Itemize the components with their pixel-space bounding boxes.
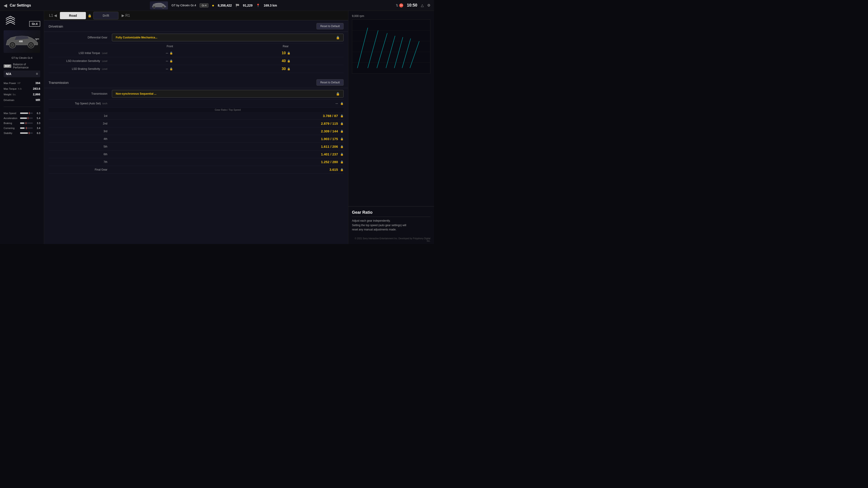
copyright-text: © 2021 Sony Interactive Entertainment In…: [348, 235, 434, 244]
bar-track: [20, 118, 33, 119]
drivetrain-section-header: Drivetrain Reset to Default: [44, 20, 348, 32]
max-power-value: 394: [35, 81, 40, 85]
grade-badge-header: Gr.4: [199, 3, 209, 7]
lsd-initial-front-val: --: [166, 51, 168, 55]
gear-row[interactable]: 5th 1.611 / 206 🔒: [49, 143, 344, 151]
gear-row[interactable]: 4th 1.903 / 175 🔒: [49, 135, 344, 143]
drivetrain-label: Drivetrain: [4, 99, 14, 101]
max-power-row: Max Power HP 394: [4, 81, 40, 85]
gear-lock-icon: 🔒: [340, 160, 344, 164]
top-speed-lock: 🔒: [340, 102, 344, 105]
gear-lock-icon: 🔒: [340, 122, 344, 125]
gear-ratio-header: Gear Ratio / Top Speed: [49, 107, 344, 112]
rpm-label: 9,000 rpm: [352, 14, 430, 18]
top-bar-right: ⇅ 14 10:50 △ ⚙: [396, 3, 430, 8]
weight-value: 2,866: [33, 93, 40, 96]
bop-value-row[interactable]: N/A ≡: [4, 70, 40, 77]
gear-info-title: Gear Ratio: [352, 210, 430, 217]
lsd-accel-rear-val: 40: [282, 59, 286, 63]
lock-icon-drift: 🔒: [88, 14, 92, 18]
diff-gear-dropdown[interactable]: Fully Customizable Mechanica... 🔒: [112, 34, 344, 41]
lsd-initial-rear-lock: 🔒: [287, 52, 290, 55]
tab-left-nav[interactable]: L1 ◀: [48, 13, 58, 18]
bar-track: [20, 123, 33, 124]
transmission-label: Transmission: [49, 92, 112, 95]
gear-row[interactable]: 6th 1.401 / 237 🔒: [49, 151, 344, 158]
lsd-brake-rear-cell[interactable]: 30 🔒: [229, 67, 344, 71]
bar-stat-row: Stability 6.0: [4, 131, 40, 135]
gear-lock-icon: 🔒: [340, 130, 344, 133]
gear-value: 1.252 / 280: [321, 160, 338, 164]
bar-label: Braking: [4, 122, 18, 125]
bar-label: Stability: [4, 132, 18, 134]
car-name-sidebar: GT by Citroën Gr.4: [4, 57, 40, 59]
bar-marker: [26, 127, 27, 129]
svg-point-5: [29, 43, 33, 46]
car-logo-section: Gr.4: [4, 15, 40, 27]
lsd-accel-front-cell[interactable]: -- 🔒: [112, 59, 227, 63]
bar-label: Max Speed: [4, 112, 18, 115]
mileage-icon: 🏁: [236, 4, 239, 7]
page-title: Car Settings: [10, 3, 31, 7]
max-torque-label: Max Torque ft-lb: [4, 88, 22, 90]
gear-row[interactable]: 7th 1.252 / 280 🔒: [49, 158, 344, 166]
gear-rows-container: 1st 3.788 / 87 🔒 2nd 2.879 / 115 🔒 3rd 2…: [49, 112, 344, 173]
bar-fill: [20, 112, 28, 114]
gear-label: 7th: [49, 160, 112, 164]
gear-value: 2.309 / 144: [321, 129, 338, 133]
top-speed-value-area[interactable]: -- 🔒: [112, 101, 344, 105]
ps-icon: △: [421, 3, 424, 7]
sidebar: Gr.4 408 GT by Citroën G: [0, 11, 44, 244]
lsd-accel-cells: -- 🔒 40 🔒: [112, 59, 344, 63]
gear-row[interactable]: Final Gear 3.615 🔒: [49, 166, 344, 173]
gear-label: 2nd: [49, 122, 112, 125]
transmission-reset-button[interactable]: Reset to Default: [316, 79, 344, 86]
gear-row[interactable]: 3rd 2.309 / 144 🔒: [49, 127, 344, 135]
gear-value-area: 1.252 / 280 🔒: [112, 160, 344, 164]
gear-label: 1st: [49, 114, 112, 118]
drivetrain-row: Drivetrain MR: [4, 98, 40, 102]
center-content: L1 ◀ Road 🔒 Drift ▶ R1 Drivetrain Reset …: [44, 11, 348, 244]
bop-value: N/A: [6, 72, 11, 76]
transmission-dropdown[interactable]: Non-synchronous Sequential ... 🔒: [112, 90, 344, 98]
gear-value-area: 1.401 / 237 🔒: [112, 152, 344, 156]
gear-value: 3.615: [329, 168, 338, 171]
menu-icon: ≡: [36, 72, 38, 76]
lsd-brake-front-val: --: [166, 67, 168, 71]
drivetrain-table: Differential Gear Fully Customizable Mec…: [44, 32, 348, 73]
svg-point-1: [162, 6, 164, 8]
tab-road[interactable]: Road: [60, 12, 86, 19]
transmission-row: Transmission Non-synchronous Sequential …: [49, 88, 344, 100]
tab-drift[interactable]: Drift: [93, 12, 119, 20]
lsd-brake-rear-lock: 🔒: [287, 67, 290, 70]
gear-value-area: 1.611 / 206 🔒: [112, 144, 344, 149]
gear-row[interactable]: 2nd 2.879 / 115 🔒: [49, 120, 344, 127]
max-torque-value: 283.6: [33, 87, 40, 90]
bar-marker: [29, 132, 29, 134]
lsd-brake-label: LSD Braking Sensitivity Level: [49, 67, 112, 70]
transmission-section-header: Transmission Reset to Default: [44, 76, 348, 88]
lsd-accel-rear-cell[interactable]: 40 🔒: [229, 59, 344, 63]
lsd-initial-rear-cell[interactable]: 10 🔒: [229, 51, 344, 55]
back-button[interactable]: ◀: [4, 3, 7, 8]
tab-right-nav[interactable]: ▶ R1: [120, 13, 131, 18]
lsd-initial-cells: -- 🔒 10 🔒: [112, 51, 344, 55]
bar-fill: [20, 127, 24, 129]
gear-value: 1.611 / 206: [321, 144, 338, 149]
gear-value: 3.788 / 87: [323, 114, 338, 118]
gear-value-area: 3.788 / 87 🔒: [112, 114, 344, 118]
car-image-area: 408: [4, 30, 40, 53]
gear-row[interactable]: 1st 3.788 / 87 🔒: [49, 112, 344, 120]
grade-badge-sidebar: Gr.4: [29, 21, 40, 27]
lsd-initial-front-cell[interactable]: -- 🔒: [112, 51, 227, 55]
gear-value: 1.401 / 237: [321, 152, 338, 156]
bar-label: Acceleration: [4, 117, 18, 120]
lsd-brake-front-cell[interactable]: -- 🔒: [112, 67, 227, 71]
drivetrain-reset-button[interactable]: Reset to Default: [316, 23, 344, 29]
svg-line-13: [358, 28, 368, 68]
drivetrain-title: Drivetrain: [49, 24, 63, 28]
scroll-content[interactable]: Drivetrain Reset to Default Differential…: [44, 20, 348, 244]
gear-lock-icon: 🔒: [340, 114, 344, 118]
settings-icon: ⚙: [427, 3, 430, 7]
transmission-table: Transmission Non-synchronous Sequential …: [44, 88, 348, 173]
